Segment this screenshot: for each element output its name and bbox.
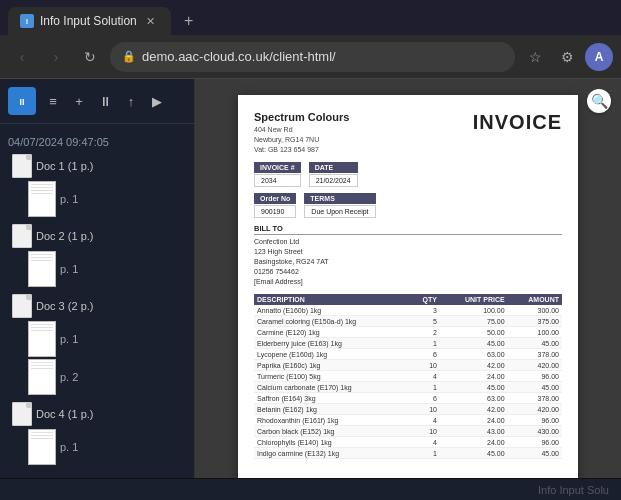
cell-amount: 430.00 [508,426,562,437]
tab-close-button[interactable]: ✕ [143,13,159,29]
profile-button[interactable]: A [585,43,613,71]
url-bar[interactable]: 🔒 demo.aac-cloud.co.uk/client-html/ [110,42,515,72]
sidebar-toolbar: ≡ + ⏸ ↑ ▶ [42,90,186,112]
bookmark-button[interactable]: ☆ [521,43,549,71]
cell-desc: Turmeric (E100) 5kg [254,371,410,382]
cell-unit: 42.00 [440,404,508,415]
pause-icon[interactable]: ⏸ [94,90,116,112]
col-amount: AMOUNT [508,294,562,305]
table-row: Caramel coloring (E150a-d) 1kg 5 75.00 3… [254,316,562,327]
terms-val: Due Upon Receipt [304,205,375,218]
active-tab[interactable]: I Info Input Solution ✕ [8,7,171,35]
invoice-header: Spectrum Colours 404 New RdNewbury, RG14… [254,111,562,154]
doc-1-row[interactable]: Doc 1 (1 p.) [8,152,186,180]
invoice-table: DESCRIPTION QTY UNIT PRICE AMOUNT Annatt… [254,294,562,459]
cell-qty: 2 [410,327,440,338]
cell-desc: Caramel coloring (E150a-d) 1kg [254,316,410,327]
cell-amount: 378.00 [508,349,562,360]
doc-3-icon [12,294,32,318]
new-tab-button[interactable]: + [175,7,203,35]
doc-2-page-1-thumb [28,251,56,287]
cell-desc: Carmine (E120) 1kg [254,327,410,338]
invoice-meta-row: INVOICE # 2034 DATE 21/02/2024 [254,162,562,187]
add-icon[interactable]: + [68,90,90,112]
cell-desc: Betanin (E162) 1kg [254,404,410,415]
cell-qty: 5 [410,316,440,327]
table-row: Paprika (E160c) 1kg 10 42.00 420.00 [254,360,562,371]
table-row: Elderberry juice (E163) 1kg 1 45.00 45.0… [254,338,562,349]
doc-group-3: Doc 3 (2 p.) p. 1 [8,292,186,396]
invoice-title: INVOICE [473,111,562,134]
table-row: Indigo carmine (E132) 1kg 1 45.00 45.00 [254,448,562,459]
doc-group-2: Doc 2 (1 p.) p. 1 [8,222,186,288]
cell-desc: Calcium carbonate (E170) 1kg [254,382,410,393]
cell-unit: 50.00 [440,327,508,338]
tab-title: Info Input Solution [40,14,137,28]
invoice-num-label: INVOICE # [254,162,301,173]
doc-2-label: Doc 2 (1 p.) [36,230,182,242]
table-row: Betanin (E162) 1kg 10 42.00 420.00 [254,404,562,415]
refresh-button[interactable]: ↻ [76,43,104,71]
cell-amount: 45.00 [508,338,562,349]
invoice-date-label: DATE [309,162,358,173]
billto-content: Confection Ltd123 High StreetBasingstoke… [254,237,562,286]
invoice-num-val: 2034 [254,174,301,187]
cell-qty: 4 [410,437,440,448]
doc-4-page-1-row[interactable]: p. 1 [8,428,186,466]
upload-icon[interactable]: ↑ [120,90,142,112]
company-address: 404 New RdNewbury, RG14 7NUVat: GB 123 6… [254,125,349,154]
magnifier-button[interactable]: 🔍 [587,89,611,113]
footer-watermark: Info Input Solu [0,478,621,500]
doc-3-page-1-row[interactable]: p. 1 [8,320,186,358]
company-info: Spectrum Colours 404 New RdNewbury, RG14… [254,111,349,154]
cell-desc: Rhodoxanthin (E161f) 1kg [254,415,410,426]
browser-actions: ☆ ⚙ A [521,43,613,71]
doc-3-label: Doc 3 (2 p.) [36,300,182,312]
doc-4-label: Doc 4 (1 p.) [36,408,182,420]
back-button[interactable]: ‹ [8,43,36,71]
sidebar-header: II ≡ + ⏸ ↑ ▶ [0,79,194,124]
url-text: demo.aac-cloud.co.uk/client-html/ [142,49,503,64]
cell-unit: 43.00 [440,426,508,437]
doc-4-icon [12,402,32,426]
forward-button[interactable]: › [42,43,70,71]
table-row: Annatto (E160b) 1kg 3 100.00 300.00 [254,305,562,316]
table-row: Carbon black (E152) 1kg 10 43.00 430.00 [254,426,562,437]
doc-4-row[interactable]: Doc 4 (1 p.) [8,400,186,428]
cell-qty: 1 [410,338,440,349]
menu-icon[interactable]: ≡ [42,90,64,112]
doc-2-row[interactable]: Doc 2 (1 p.) [8,222,186,250]
doc-4-page-1-thumb [28,429,56,465]
invoice-date-cell: DATE 21/02/2024 [309,162,358,187]
cell-desc: Chlorophylls (E140) 1kg [254,437,410,448]
tab-favicon: I [20,14,34,28]
sidebar-content: 04/07/2024 09:47:05 Doc 1 (1 p.) [0,124,194,478]
cell-qty: 6 [410,349,440,360]
doc-3-page-2-row[interactable]: p. 2 [8,358,186,396]
app-content: II ≡ + ⏸ ↑ ▶ 04/07/2024 09:47:05 [0,79,621,478]
cell-amount: 375.00 [508,316,562,327]
table-row: Carmine (E120) 1kg 2 50.00 100.00 [254,327,562,338]
doc-2-page-1-row[interactable]: p. 1 [8,250,186,288]
cell-desc: Lycopene (E160d) 1kg [254,349,410,360]
cell-unit: 42.00 [440,360,508,371]
doc-4-page-1-label: p. 1 [60,441,78,453]
bill-to-section: BILL TO Confection Ltd123 High StreetBas… [254,224,562,286]
cell-qty: 10 [410,404,440,415]
doc-1-page-1-label: p. 1 [60,193,78,205]
invoice-date-val: 21/02/2024 [309,174,358,187]
doc-3-row[interactable]: Doc 3 (2 p.) [8,292,186,320]
doc-1-label: Doc 1 (1 p.) [36,160,182,172]
order-label: Order No [254,193,296,204]
play-icon[interactable]: ▶ [146,90,168,112]
browser-frame: I Info Input Solution ✕ + ‹ › ↻ 🔒 demo.a… [0,0,621,500]
doc-1-page-1-row[interactable]: p. 1 [8,180,186,218]
svg-text:II: II [19,97,24,107]
extensions-button[interactable]: ⚙ [553,43,581,71]
viewer-area: 🔍 Spectrum Colours 404 New RdNewbury, RG… [195,79,621,478]
tab-bar: I Info Input Solution ✕ + [0,0,621,35]
doc-group-1: Doc 1 (1 p.) p. 1 [8,152,186,218]
cell-qty: 4 [410,415,440,426]
cell-unit: 45.00 [440,338,508,349]
app-logo: II [8,87,36,115]
